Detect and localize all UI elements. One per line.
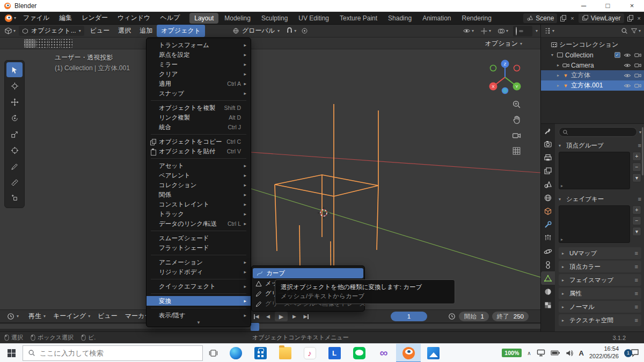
add-cube-tool[interactable] (6, 191, 23, 206)
render-camera-icon[interactable] (633, 82, 642, 89)
object-menu-item-3[interactable]: クリア▸ (147, 69, 251, 79)
frame-start-field[interactable]: 開始 1 (459, 312, 488, 321)
next-keyframe-button[interactable]: ▶ (289, 312, 299, 321)
jump-to-end-button[interactable]: ▶ (301, 312, 311, 321)
expand-icon[interactable]: ▾ (549, 53, 555, 57)
object-menu-item-16[interactable]: コレクション▸ (147, 180, 251, 190)
props-section-4[interactable]: ▸フェイスマップ≡ (559, 274, 641, 286)
delete-viewlayer-icon[interactable]: × (636, 15, 642, 21)
section-menu-icon[interactable]: ≡ (635, 317, 638, 323)
shading-dropdown-icon[interactable]: ▾ (536, 28, 538, 33)
viewport-menu-3[interactable]: オブジェクト (157, 25, 205, 37)
object-menu-item-32[interactable]: 表示/隠す▸ (147, 311, 251, 320)
select-mode-new-button[interactable] (24, 39, 35, 48)
camera-view-icon[interactable] (511, 130, 522, 141)
scene-selector[interactable]: Scene (523, 13, 557, 23)
new-scene-icon[interactable] (560, 15, 566, 21)
previous-keyframe-button[interactable]: ◀ (263, 312, 273, 321)
timeline-track-area[interactable] (0, 322, 540, 331)
object-menu-item-0[interactable]: トランスフォーム▸ (147, 40, 251, 50)
pan-hand-icon[interactable] (511, 114, 522, 125)
section-menu-icon[interactable]: ≡ (638, 196, 641, 202)
remove-button[interactable]: − (632, 216, 641, 225)
zoom-icon[interactable] (511, 99, 522, 109)
properties-tab-data[interactable] (541, 271, 555, 285)
object-menu-item-2[interactable]: ミラー▸ (147, 60, 251, 69)
outliner-item-label[interactable]: 立方体 (570, 71, 590, 80)
convert-submenu-item-0[interactable]: カーブ (253, 268, 363, 278)
menubar-item-2[interactable]: レンダー (77, 12, 113, 24)
render-camera-icon[interactable] (633, 72, 642, 79)
eye-icon[interactable] (623, 51, 632, 59)
section-menu-icon[interactable]: ≡ (635, 263, 638, 270)
properties-tab-render[interactable] (541, 137, 555, 151)
properties-scrollbar[interactable] (642, 127, 643, 175)
snap-toggle-button[interactable]: ▾ (284, 26, 298, 35)
workspace-tab-1[interactable]: Modeling (219, 13, 255, 24)
blender-taskbar-button[interactable] (396, 344, 421, 362)
start-button[interactable] (0, 344, 23, 362)
gizmos-dropdown[interactable]: ▾ (479, 26, 493, 36)
section-menu-icon[interactable]: ≡ (635, 304, 638, 310)
checkbox-icon[interactable]: ✓ (613, 52, 621, 58)
render-camera-icon[interactable] (633, 51, 642, 58)
outliner-item-label[interactable]: Collection (564, 51, 594, 59)
object-menu-item-19[interactable]: トラック▸ (147, 209, 251, 219)
object-menu-item-12[interactable]: オブジェクトを貼付Ctrl V (147, 146, 251, 156)
object-menu-item-8[interactable]: リンク複製Alt D (147, 113, 251, 122)
props-section-7[interactable]: ▸テクスチャ空間≡ (559, 314, 641, 326)
visibility-dropdown[interactable]: ▾ (461, 26, 475, 36)
object-menu-item-26[interactable]: リジッドボディ▸ (147, 267, 251, 277)
select-mode-extend-button[interactable] (36, 39, 48, 48)
select-box-tool[interactable] (6, 62, 23, 77)
music-taskbar-button[interactable]: ♪ (297, 344, 322, 362)
specials-menu-button[interactable]: ▾ (632, 173, 641, 182)
workspace-tab-2[interactable]: Sculpting (257, 13, 292, 24)
properties-tab-texture[interactable] (541, 298, 555, 312)
minimize-button[interactable]: ─ (572, 0, 596, 11)
section-menu-icon[interactable]: ≡ (635, 290, 638, 297)
rotate-tool[interactable] (6, 110, 23, 125)
line-taskbar-button[interactable] (347, 344, 371, 362)
delete-scene-icon[interactable]: × (569, 15, 575, 21)
menubar-item-3[interactable]: ウィンドウ (113, 12, 155, 24)
outliner-item-label[interactable]: 立方体.001 (570, 81, 603, 90)
maximize-button[interactable]: □ (596, 0, 620, 11)
remove-button[interactable]: − (632, 162, 641, 172)
orientation-dropdown[interactable]: グローバル ▾ (229, 26, 283, 36)
object-menu-item-20[interactable]: データのリンク/転送Ctrl L▸ (147, 219, 251, 228)
object-menu-item-7[interactable]: オブジェクトを複製Shift D (147, 103, 251, 113)
timeline-menu-1[interactable]: キーイング▾ (49, 310, 94, 322)
photos-taskbar-button[interactable] (421, 344, 445, 362)
workspace-tab-0[interactable]: Layout (189, 13, 218, 24)
ltile-taskbar-button[interactable]: L (322, 344, 347, 362)
properties-search-field[interactable] (559, 127, 637, 137)
shading-solid-button[interactable] (519, 30, 523, 32)
search-input[interactable] (40, 349, 197, 357)
object-menu-item-1[interactable]: 原点を設定▸ (147, 50, 251, 60)
object-menu-item-4[interactable]: 適用Ctrl A▸ (147, 79, 251, 88)
select-mode-subtract-button[interactable] (49, 39, 60, 48)
item-list[interactable]: ▸ (559, 205, 630, 243)
proportional-edit-button[interactable] (299, 26, 310, 35)
workspace-tab-5[interactable]: Shading (383, 13, 416, 24)
props-section-header-0[interactable]: ▾頂点グループ≡ (559, 140, 641, 151)
viewlayer-selector[interactable]: ViewLayer (579, 13, 624, 23)
outliner-row-0[interactable]: シーンコレクション (541, 40, 644, 50)
select-mode-invert-button[interactable] (61, 39, 72, 48)
properties-tab-physics[interactable] (541, 245, 555, 258)
eye-icon[interactable] (623, 82, 632, 90)
overlays-dropdown[interactable]: ▾ (496, 26, 510, 36)
play-button[interactable]: ▶ (275, 312, 288, 321)
orthographic-grid-icon[interactable] (511, 145, 522, 156)
specials-menu-button[interactable]: ▾ (632, 227, 641, 236)
timeline-menu-2[interactable]: ビュー (94, 310, 121, 322)
mode-dropdown[interactable]: オブジェクト... ▾ (19, 26, 84, 36)
add-button[interactable]: + (632, 205, 641, 215)
ime-indicator[interactable]: A (579, 349, 584, 357)
workspace-tab-7[interactable]: Rendering (457, 13, 496, 24)
notification-center-button[interactable]: 1 (624, 349, 640, 357)
menubar-item-1[interactable]: 編集 (54, 12, 77, 24)
props-section-5[interactable]: ▸属性≡ (559, 287, 641, 299)
edge-taskbar-button[interactable] (223, 344, 248, 362)
